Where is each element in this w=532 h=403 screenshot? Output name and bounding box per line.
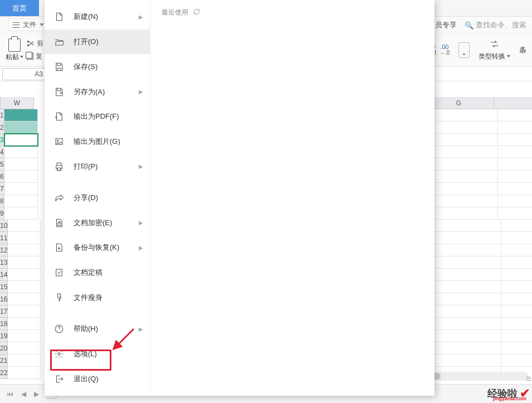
sheet-nav-first[interactable]: ⏮ bbox=[4, 389, 16, 399]
cell[interactable] bbox=[501, 256, 532, 269]
cell[interactable] bbox=[428, 122, 498, 134]
cell[interactable] bbox=[8, 330, 41, 342]
row-header[interactable]: 14 bbox=[0, 269, 8, 281]
row-header[interactable]: 1 bbox=[0, 109, 4, 122]
cell[interactable] bbox=[498, 183, 532, 195]
copy-button[interactable]: 复 bbox=[27, 52, 43, 61]
row-header[interactable]: 22 bbox=[0, 367, 8, 379]
cell[interactable] bbox=[8, 269, 41, 281]
cell[interactable] bbox=[498, 195, 532, 207]
cell[interactable] bbox=[501, 232, 532, 244]
row-header[interactable]: 4 bbox=[0, 146, 4, 158]
cell[interactable] bbox=[431, 305, 501, 318]
cell[interactable] bbox=[428, 158, 498, 171]
cell[interactable] bbox=[498, 207, 532, 220]
cell[interactable] bbox=[431, 318, 501, 330]
home-tab[interactable]: 首页 bbox=[0, 0, 39, 16]
row-header[interactable]: 21 bbox=[0, 355, 8, 367]
cell[interactable] bbox=[428, 183, 498, 195]
row-header[interactable]: 8 bbox=[0, 195, 4, 207]
command-search[interactable]: 🔍 查找命令、搜索 bbox=[465, 20, 526, 30]
cell[interactable] bbox=[8, 293, 41, 305]
column-header[interactable] bbox=[494, 97, 532, 109]
cell[interactable] bbox=[498, 171, 532, 183]
row-header[interactable]: 20 bbox=[0, 342, 8, 355]
cell[interactable] bbox=[428, 134, 498, 146]
cell[interactable] bbox=[8, 281, 41, 293]
cell[interactable] bbox=[498, 109, 532, 122]
cell[interactable] bbox=[4, 158, 38, 171]
cell[interactable] bbox=[501, 293, 532, 305]
cell[interactable] bbox=[428, 195, 498, 207]
cell[interactable] bbox=[501, 305, 532, 318]
grid-resize-handle[interactable] bbox=[524, 374, 531, 381]
cell[interactable] bbox=[431, 220, 501, 232]
row-header[interactable]: 10 bbox=[0, 220, 8, 232]
row-header[interactable]: 16 bbox=[0, 293, 8, 305]
cell[interactable] bbox=[8, 256, 41, 269]
cell[interactable] bbox=[431, 330, 501, 342]
conditional-format-button[interactable]: 条 bbox=[519, 45, 526, 55]
cell[interactable] bbox=[4, 183, 38, 195]
format-box-dropdown[interactable] bbox=[458, 42, 470, 58]
type-convert-button[interactable]: 类型转换 bbox=[479, 39, 510, 61]
cell[interactable] bbox=[428, 171, 498, 183]
cell[interactable] bbox=[501, 330, 532, 342]
cell[interactable] bbox=[428, 109, 498, 122]
cell[interactable] bbox=[431, 244, 501, 256]
row-header[interactable]: 17 bbox=[0, 305, 8, 318]
menu-item-save[interactable]: 保存(S) bbox=[45, 54, 150, 79]
cell[interactable] bbox=[498, 146, 532, 158]
menu-item-saveas[interactable]: 另存为(A)▶ bbox=[45, 79, 150, 104]
menu-item-encrypt[interactable]: 文档加密(E)▶ bbox=[45, 210, 150, 235]
cell[interactable] bbox=[8, 232, 41, 244]
refresh-icon[interactable] bbox=[193, 8, 201, 17]
menu-item-image[interactable]: 输出为图片(G) bbox=[45, 129, 150, 154]
cell[interactable] bbox=[428, 146, 498, 158]
sheet-nav-prev[interactable]: ◀ bbox=[19, 389, 28, 399]
menu-item-print[interactable]: 打印(P)▶ bbox=[45, 154, 150, 179]
cell[interactable] bbox=[4, 207, 38, 220]
menu-item-finalize[interactable]: 文档定稿 bbox=[45, 260, 150, 285]
cell[interactable] bbox=[8, 305, 41, 318]
menu-item-open[interactable]: 打开(O) bbox=[45, 30, 150, 55]
row-header[interactable]: 6 bbox=[0, 171, 4, 183]
row-header[interactable]: 19 bbox=[0, 330, 8, 342]
row-header[interactable]: 11 bbox=[0, 232, 8, 244]
row-header[interactable]: 7 bbox=[0, 183, 4, 195]
cell[interactable] bbox=[431, 281, 501, 293]
file-menu-dropdown[interactable]: 文件 bbox=[8, 18, 49, 31]
sheet-nav-next[interactable]: ▶ bbox=[32, 389, 41, 399]
cell[interactable] bbox=[431, 342, 501, 355]
column-header[interactable]: W bbox=[1, 97, 34, 109]
cell[interactable] bbox=[498, 134, 532, 146]
menu-item-slim[interactable]: 文件瘦身 bbox=[45, 285, 150, 310]
cell[interactable] bbox=[8, 367, 41, 379]
row-header[interactable]: 3 bbox=[0, 134, 4, 146]
cell[interactable] bbox=[428, 207, 498, 220]
menu-item-share[interactable]: 分享(D) bbox=[45, 186, 150, 211]
row-header[interactable]: 18 bbox=[0, 318, 8, 330]
cell[interactable] bbox=[4, 195, 38, 207]
member-tab[interactable]: 员专享 bbox=[435, 20, 457, 30]
menu-item-pdf[interactable]: 输出为PDF(F) bbox=[45, 104, 150, 129]
cell[interactable] bbox=[501, 318, 532, 330]
cell[interactable] bbox=[4, 171, 38, 183]
cell[interactable] bbox=[4, 122, 38, 134]
cell[interactable] bbox=[431, 256, 501, 269]
cell[interactable] bbox=[501, 220, 532, 232]
row-header[interactable]: 12 bbox=[0, 244, 8, 256]
cell[interactable] bbox=[501, 269, 532, 281]
menu-item-new[interactable]: 新建(N)▶ bbox=[45, 4, 150, 30]
row-header[interactable]: 15 bbox=[0, 281, 8, 293]
row-header[interactable]: 13 bbox=[0, 256, 8, 269]
paste-button[interactable]: 粘贴 bbox=[6, 38, 23, 62]
cell[interactable] bbox=[501, 244, 532, 256]
cell[interactable] bbox=[501, 281, 532, 293]
cell[interactable] bbox=[431, 293, 501, 305]
name-box[interactable]: A3 bbox=[2, 68, 47, 80]
cell[interactable] bbox=[501, 342, 532, 355]
menu-item-backup[interactable]: 备份与恢复(K)▶ bbox=[45, 235, 150, 260]
cell[interactable] bbox=[501, 355, 532, 367]
cell[interactable] bbox=[4, 109, 38, 122]
